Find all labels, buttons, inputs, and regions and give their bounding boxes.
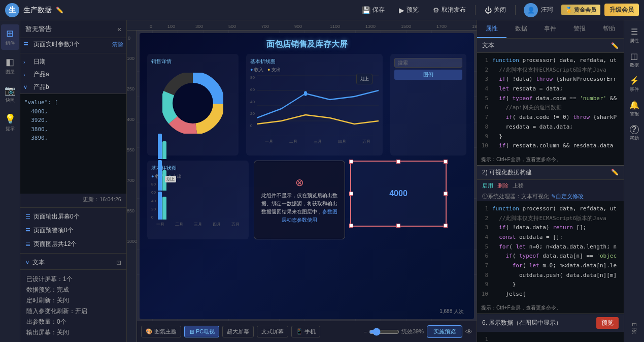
- collapse-btn[interactable]: «: [117, 25, 121, 33]
- product-a-row[interactable]: › 产品a: [20, 68, 126, 81]
- text-layer-action[interactable]: ⊡: [116, 259, 121, 266]
- ruler-mark-1300: 1300: [365, 24, 376, 29]
- handle-ml[interactable]: [349, 192, 353, 196]
- clear-button[interactable]: 清除: [112, 41, 123, 48]
- components-label: 组件: [6, 40, 15, 47]
- topbar-divider2: [515, 5, 516, 15]
- fr-alerts[interactable]: 🔔 警报: [625, 98, 643, 120]
- zoom-out-icon[interactable]: −: [364, 329, 367, 335]
- app-logo: 生: [5, 3, 19, 17]
- theme-btn[interactable]: 🎨 图氛主题: [141, 326, 181, 337]
- sidebar-item-tips[interactable]: 💡 提示: [1, 110, 19, 135]
- screen-canvas[interactable]: 面包店销售及库存大屏 销售详情: [140, 33, 474, 319]
- code-line-r7: 7 if( data.code != 0) throw {sharkP: [480, 113, 621, 122]
- charts-bottom-row: 基本柱状图 ● 收入 ● 支出 806040200: [140, 161, 474, 239]
- tab-help[interactable]: 帮助: [594, 20, 624, 38]
- events-icon: ⚡: [629, 76, 639, 85]
- tab-data[interactable]: 数据: [506, 20, 536, 38]
- product-b-row[interactable]: ∨ 产品b: [20, 81, 126, 94]
- code-line-4: 3800,: [24, 125, 122, 134]
- mobile-btn[interactable]: 📱 手机: [291, 326, 320, 337]
- code-section-2: 1 function processor( data, refdata, ut …: [477, 201, 624, 302]
- preview-button[interactable]: ▶ 预览: [394, 4, 424, 16]
- custom-modify-link[interactable]: ✎自定义修改: [551, 193, 584, 200]
- preview-result: 1 2 4000 3: [477, 332, 624, 342]
- handle-tl[interactable]: [349, 160, 353, 164]
- e-rit-label: E Rit: [629, 319, 639, 338]
- product-b-icon: ∨: [23, 84, 30, 90]
- output-screen-item[interactable]: ☰ 页面输出屏幕0个: [20, 210, 126, 224]
- right-panel: 属性 数据 事件 警报 帮助 文本 ✏️ 1 function processo…: [477, 20, 624, 342]
- pc-btn[interactable]: 🖥 PC电视: [184, 326, 219, 337]
- ruler-v-0: 0: [128, 36, 130, 41]
- donut-chart-visual: [151, 68, 234, 139]
- tab-events[interactable]: 事件: [536, 20, 565, 38]
- ruler-mark-100: 100: [167, 24, 175, 29]
- vip-badge: 🏅 黄金会员: [561, 5, 600, 15]
- delete-btn[interactable]: 删除: [497, 182, 509, 190]
- handle-tr[interactable]: [444, 160, 448, 164]
- vip-icon: 🏅: [565, 7, 572, 13]
- handle-br[interactable]: [444, 224, 448, 228]
- preview-icon: ▶: [399, 6, 404, 14]
- date-row[interactable]: › 日期: [20, 55, 126, 68]
- save-icon: 💾: [362, 6, 370, 14]
- mobile-icon: 📱: [296, 328, 303, 335]
- param-refresh-stat: 随入参变化刷新：开启: [24, 306, 122, 317]
- right-content: 文本 ✏️ 1 function processor( data, refdat…: [477, 39, 624, 342]
- zoom-label: 统效39%: [401, 328, 424, 335]
- section6-header: 6. 展示数据（在图层中显示） 预览: [477, 314, 624, 332]
- ruler-v-250: 250: [127, 86, 134, 91]
- pc-icon: 🖥: [189, 329, 194, 335]
- fr-help[interactable]: ? 帮助: [625, 122, 643, 144]
- alert-title: 暂无警告: [25, 24, 52, 34]
- tab-properties[interactable]: 属性: [477, 20, 506, 38]
- alert-overlay: ⊗ 此组件不显示，仅在预览后输出数据。绑定一数据源，将获取和输出数据返回结果来在…: [254, 161, 345, 239]
- handle-mr[interactable]: [444, 192, 448, 196]
- line-chart-box: 基本折线图 ● 收入 ● 支出 806040200: [246, 54, 383, 156]
- sidebar-item-layers[interactable]: ◧ 图层: [1, 53, 19, 78]
- fr-events[interactable]: ⚡ 事件: [625, 73, 643, 96]
- sidebar-item-snapshots[interactable]: 📷 快照: [1, 81, 19, 107]
- left-panel: 暂无警告 « ☰ 页面实时参数3个 清除 › 日期 › 产品a ∨ 产品b "v…: [20, 20, 127, 342]
- tab-alerts[interactable]: 警报: [565, 20, 594, 38]
- user-area[interactable]: 👤 汪珂: [520, 1, 557, 19]
- donut-title: 销售详情: [151, 58, 234, 65]
- sidebar-item-components[interactable]: ⊞ 组件: [1, 24, 19, 50]
- unpublish-button[interactable]: ⚙ 取消发布: [428, 4, 471, 16]
- params-icon: ☰: [23, 41, 30, 48]
- upgrade-button[interactable]: 升级会员: [604, 4, 639, 16]
- edit-title-icon[interactable]: ✏️: [56, 7, 63, 14]
- search-btn[interactable]: 图例: [394, 70, 462, 80]
- horizontal-screen-btn[interactable]: 文式屏幕: [257, 326, 288, 337]
- preview-data-btn[interactable]: 预览: [596, 317, 619, 329]
- handle-t[interactable]: [396, 160, 400, 164]
- processor-info: ①系统处理器：文本可视化 ✎自定义修改: [477, 192, 624, 201]
- canvas-content[interactable]: 面包店销售及库存大屏 销售详情: [137, 30, 477, 342]
- handle-bl[interactable]: [349, 224, 353, 228]
- components-icon: ⊞: [6, 28, 14, 39]
- handle-b[interactable]: [396, 224, 400, 228]
- alert-count-item[interactable]: ☰ 页面预警项0个: [20, 224, 126, 237]
- layer-count-item[interactable]: ☰ 页面图层共12个: [20, 237, 126, 251]
- preview-live-btn[interactable]: 实施预览: [427, 325, 462, 338]
- search-input[interactable]: [394, 58, 462, 68]
- close-button[interactable]: ⏻ 关闭: [480, 4, 511, 16]
- move-btn[interactable]: 上移: [513, 182, 524, 190]
- text-layer-item[interactable]: ∨ 文本 ⊡: [20, 256, 126, 269]
- snapshots-label: 快照: [6, 97, 15, 104]
- code2-line-4: 4 const outdata = [];: [480, 233, 621, 242]
- text-edit-icon[interactable]: ✏️: [611, 42, 619, 49]
- large-screen-btn[interactable]: 超大屏幕: [222, 326, 254, 337]
- fr-data[interactable]: ◫ 数据: [625, 49, 643, 71]
- params-row[interactable]: ☰ 页面实时参数3个 清除: [20, 38, 126, 51]
- viz-edit-icon[interactable]: ✏️: [611, 169, 619, 176]
- save-button[interactable]: 💾 保存: [357, 4, 390, 16]
- far-right-sidebar: ☰ 属性 ◫ 数据 ⚡ 事件 🔔 警报 ? 帮助 E Rit: [624, 20, 644, 342]
- fr-properties[interactable]: ☰ 属性: [625, 24, 643, 47]
- selected-element[interactable]: 4000: [350, 161, 447, 227]
- code2-line-6: 6 if( typeof data.data[n] == 'objec: [480, 252, 621, 261]
- zoom-slider[interactable]: [369, 328, 399, 336]
- enable-btn[interactable]: 启用: [482, 182, 493, 190]
- eye-icon[interactable]: 👁: [465, 328, 472, 336]
